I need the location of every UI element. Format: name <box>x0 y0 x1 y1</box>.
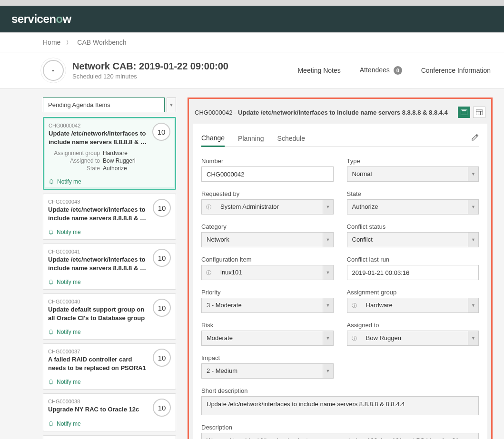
select-conflict-status[interactable]: Conflict <box>347 232 479 247</box>
label-category: Category <box>201 223 334 230</box>
detail-tabs: Change Planning Schedule <box>201 130 479 147</box>
select-config-item[interactable]: lnux101 <box>216 265 334 280</box>
change-form: Number Type Normal▼ Requested by ⓘSystem… <box>201 157 479 439</box>
label-priority: Priority <box>201 289 334 296</box>
tab-change[interactable]: Change <box>201 130 225 147</box>
info-icon[interactable]: ⓘ <box>347 331 361 346</box>
select-priority[interactable]: 3 - Moderate <box>201 298 334 313</box>
agenda-id: CHG0000041 <box>48 249 171 254</box>
field-category: Category Network▼ <box>201 223 334 247</box>
svg-rect-0 <box>461 109 467 115</box>
agenda-filter-caret[interactable]: ▼ <box>167 98 176 112</box>
detail-view-icons <box>458 107 485 118</box>
agenda-id: CHG0000038 <box>48 399 171 404</box>
input-number[interactable] <box>201 166 334 182</box>
select-assignment-group[interactable]: Hardware <box>361 298 479 313</box>
info-icon[interactable]: ⓘ <box>347 298 361 313</box>
meeting-notes-link[interactable]: Meeting Notes <box>297 67 340 74</box>
workspace: Pending Agenda Items ▼ 10CHG0000042Updat… <box>0 89 504 439</box>
agenda-meta-value: Hardware <box>103 150 128 156</box>
view-form-icon[interactable] <box>458 107 470 118</box>
detail-body: Change Planning Schedule Number Type Nor… <box>193 124 487 439</box>
field-conflict-last-run: Conflict last run <box>347 256 479 280</box>
notify-me-link[interactable]: Notify me <box>48 326 171 335</box>
label-impact: Impact <box>201 354 334 361</box>
notify-me-link[interactable]: Notify me <box>49 176 170 185</box>
meeting-title: Network CAB: 2019-01-22 09:00:00 <box>72 61 228 72</box>
field-config-item: Configuration item ⓘlnux101▼ <box>201 256 334 280</box>
tab-planning[interactable]: Planning <box>238 131 264 146</box>
edit-icon[interactable] <box>471 134 479 143</box>
conference-info-link[interactable]: Conference Information <box>421 67 491 74</box>
field-description: Description We need to add additional re… <box>201 424 479 439</box>
label-risk: Risk <box>201 322 334 329</box>
chevron-right-icon: 〉 <box>66 39 71 46</box>
info-icon[interactable]: ⓘ <box>201 199 216 215</box>
notify-me-link[interactable]: Notify me <box>48 376 171 385</box>
select-type[interactable]: Normal <box>347 166 479 182</box>
label-requested-by: Requested by <box>201 190 334 197</box>
select-requested-by[interactable]: System Administrator <box>216 199 334 215</box>
field-short-description: Short description Update /etc/network/in… <box>201 387 479 415</box>
meeting-subtitle: Scheduled 120 minutes <box>72 73 228 80</box>
agenda-card[interactable]: 10CHG0000045Upgrade OWA-SD-01 to MS Wind… <box>43 435 176 439</box>
notify-me-link[interactable]: Notify me <box>48 418 171 427</box>
input-short-description[interactable]: Update /etc/network/interfaces to includ… <box>201 396 479 415</box>
agenda-timer: 10 <box>153 199 171 217</box>
meeting-links: Meeting Notes Attendees 0 Conference Inf… <box>297 66 491 75</box>
window-topbar <box>0 0 504 6</box>
agenda-sidebar: Pending Agenda Items ▼ 10CHG0000042Updat… <box>43 98 176 439</box>
agenda-meta: Assignment groupHardwareAssigned toBow R… <box>49 150 170 172</box>
agenda-meta-value: Authorize <box>103 165 127 172</box>
field-priority: Priority 3 - Moderate▼ <box>201 289 334 313</box>
detail-title: CHG0000042 - Update /etc/network/interfa… <box>195 109 448 116</box>
field-requested-by: Requested by ⓘSystem Administrator▼ <box>201 190 334 215</box>
breadcrumb-current-link[interactable]: CAB Workbench <box>77 39 126 46</box>
view-calendar-icon[interactable] <box>473 107 485 118</box>
brand-logo: servicenow <box>11 12 71 25</box>
agenda-timer: 10 <box>153 249 171 267</box>
svg-rect-1 <box>462 110 466 111</box>
field-assignment-group: Assignment group ⓘHardware▼ <box>347 289 479 313</box>
agenda-id: CHG0000037 <box>48 349 171 354</box>
breadcrumb-home-link[interactable]: Home <box>43 39 60 46</box>
field-type: Type Normal▼ <box>347 157 479 182</box>
svg-rect-2 <box>476 110 483 115</box>
agenda-meta-label: State <box>49 165 100 172</box>
info-icon[interactable]: ⓘ <box>201 265 216 280</box>
agenda-card[interactable]: 10CHG0000037A failed RAID controller car… <box>43 343 176 390</box>
input-description[interactable]: We need to add additional redundant name… <box>201 433 479 439</box>
agenda-filter-select[interactable]: Pending Agenda Items <box>43 98 165 112</box>
agenda-filter: Pending Agenda Items ▼ <box>43 98 176 112</box>
input-conflict-last-run[interactable] <box>347 265 479 280</box>
detail-header: CHG0000042 - Update /etc/network/interfa… <box>193 103 487 124</box>
agenda-meta-label: Assignment group <box>49 150 100 156</box>
select-state[interactable]: Authorize <box>347 199 479 215</box>
field-impact: Impact 2 - Medium▼ <box>201 354 334 379</box>
label-type: Type <box>347 157 479 165</box>
agenda-card[interactable]: 10CHG0000043Update /etc/network/interfac… <box>43 194 176 240</box>
agenda-card[interactable]: 10CHG0000042Update /etc/network/interfac… <box>43 117 176 190</box>
label-conflict-status: Conflict status <box>347 223 479 230</box>
agenda-card[interactable]: 10CHG0000041Update /etc/network/interfac… <box>43 244 176 290</box>
select-impact[interactable]: 2 - Medium <box>201 363 334 379</box>
attendee-count-badge: 0 <box>394 66 402 75</box>
detail-panel: CHG0000042 - Update /etc/network/interfa… <box>188 98 493 439</box>
label-assignment-group: Assignment group <box>347 289 479 296</box>
notify-me-link[interactable]: Notify me <box>48 276 171 285</box>
field-risk: Risk Moderate▼ <box>201 322 334 346</box>
app-header: servicenow <box>0 6 504 32</box>
select-assigned-to[interactable]: Bow Ruggeri <box>361 331 479 346</box>
field-number: Number <box>201 157 334 182</box>
meeting-status-circle: - <box>43 60 64 81</box>
agenda-card[interactable]: 10CHG0000038Upgrade NY RAC to Oracle 12c… <box>43 393 176 431</box>
agenda-card[interactable]: 10CHG0000040Update default support group… <box>43 293 176 340</box>
notify-me-link[interactable]: Notify me <box>48 226 171 235</box>
tab-schedule[interactable]: Schedule <box>277 131 305 146</box>
attendees-link[interactable]: Attendees 0 <box>360 66 402 75</box>
label-assigned-to: Assigned to <box>347 322 479 329</box>
select-risk[interactable]: Moderate <box>201 331 334 346</box>
agenda-id: CHG0000040 <box>48 299 171 304</box>
select-category[interactable]: Network <box>201 232 334 247</box>
field-conflict-status: Conflict status Conflict▼ <box>347 223 479 247</box>
